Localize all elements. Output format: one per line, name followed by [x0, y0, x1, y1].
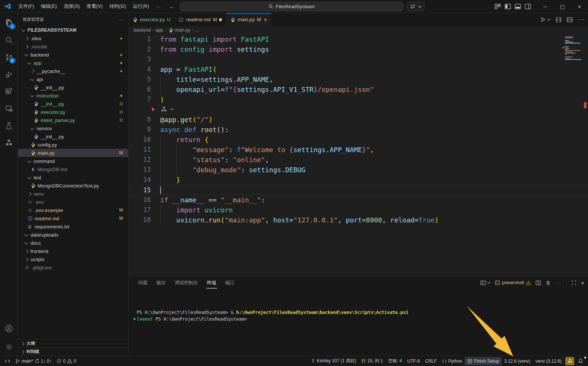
code-line-4[interactable]: 4app = FastAPI(	[128, 64, 588, 74]
code-line-16[interactable]: 16if __name__ == "__main__":	[128, 195, 588, 205]
status-crlf[interactable]: CRLF	[423, 357, 439, 365]
customize-layout-icon[interactable]	[495, 3, 501, 10]
tree-item-.env.example[interactable]: .env.exampleM	[18, 206, 128, 214]
maximize-panel-icon[interactable]	[571, 280, 576, 285]
terminal-output[interactable]: PS H:\OwnProject\FilesReadSysteam> & h:\…	[128, 289, 588, 322]
status-kiriaky-107-1-[interactable]: KiriAky 107 (1 周前)	[308, 357, 359, 365]
run-python-button[interactable]	[540, 17, 550, 22]
code-line-18[interactable]: 18 uvicorn.run("main:app", host="127.0.0…	[128, 215, 588, 225]
notifications-bell-icon[interactable]	[575, 357, 586, 365]
timeline-section[interactable]: 时间线	[18, 347, 128, 356]
tree-item-api[interactable]: api	[18, 75, 128, 83]
tree-item-frontend[interactable]: frontend	[18, 247, 128, 255]
tree-item-test[interactable]: test	[18, 173, 128, 182]
panel-tab-输出[interactable]: 输出	[153, 277, 169, 288]
terminal-instance-powershell[interactable]: powershell	[495, 280, 531, 285]
tree-item-.env[interactable]: .env	[18, 198, 128, 206]
tree-item-mongodb.md[interactable]: MongoDB.md	[18, 165, 128, 173]
tree-item-filesreadsysteam[interactable]: FILESREADSYSTEAM	[18, 26, 128, 34]
code-line-6[interactable]: 6 openapi_url=f"{settings.API_V1_STR}/op…	[128, 84, 588, 94]
tree-item-app[interactable]: app	[18, 59, 128, 67]
split-editor-icon[interactable]	[567, 17, 573, 23]
breadcrumb-item-1[interactable]: app	[156, 28, 163, 33]
menu-4[interactable]: 转到(G)	[106, 2, 130, 11]
outline-section[interactable]: 大纲	[18, 339, 128, 347]
tree-item-instruction[interactable]: instruction	[18, 92, 128, 100]
code-line-9[interactable]: 9async def root():	[128, 125, 588, 135]
status-finish-setup[interactable]: Finish Setup	[465, 357, 502, 365]
tree-item-service[interactable]: service	[18, 124, 128, 132]
search-view-icon[interactable]	[0, 32, 18, 49]
menu-overflow[interactable]: ···	[152, 3, 164, 10]
dirty-indicator[interactable]	[219, 18, 222, 21]
tree-item-venv[interactable]: venv	[18, 190, 128, 198]
code-line-11[interactable]: 11 "message": f"Welcome to {settings.APP…	[128, 145, 588, 155]
tab-executor.py[interactable]: executor.pyU	[128, 13, 175, 26]
remote-indicator[interactable]	[2, 357, 13, 365]
status--4[interactable]: 空格: 4	[385, 357, 404, 365]
toggle-secondary-sidebar-icon[interactable]	[525, 3, 531, 10]
tab-main.py[interactable]: main.pyM×	[226, 13, 271, 26]
tree-item-data-uploads[interactable]: data\uploads	[18, 231, 128, 239]
editor-more-actions[interactable]: ···	[578, 16, 585, 23]
tree-item-.idea[interactable]: .idea	[18, 34, 128, 42]
chevron-down-icon[interactable]	[170, 108, 174, 110]
tree-item-__init__.py[interactable]: __init__.pyU	[18, 100, 128, 108]
explorer-icon[interactable]: 1	[0, 15, 18, 32]
code-line-15[interactable]: 15	[128, 185, 588, 195]
tree-item-__init__.py[interactable]: __init__.py	[18, 83, 128, 92]
breadcrumb-item-0[interactable]: backend	[134, 28, 150, 33]
code-line-3[interactable]: 3	[128, 54, 588, 64]
code-line-10[interactable]: 10 return {	[128, 135, 588, 145]
sidebar-more-actions[interactable]: ···	[118, 17, 124, 22]
tree-item-main.py[interactable]: main.pyM	[18, 149, 128, 157]
codegeex-status-icon[interactable]	[565, 357, 574, 365]
command-center-search[interactable]: FilesReadSysteam	[180, 2, 403, 11]
git-branch-status[interactable]: main* 1↓ 0↑	[13, 357, 54, 365]
run-debug-icon[interactable]	[0, 66, 18, 83]
tree-item-readme.md[interactable]: readme.mdM	[18, 214, 128, 222]
code-line-12[interactable]: 12 "status": "online",	[128, 155, 588, 165]
panel-tab-端口[interactable]: 端口	[222, 277, 238, 288]
codegeex-inline-icon[interactable]	[160, 106, 168, 115]
tree-item-mongodbconnectiontest.py[interactable]: MongoDBConnectionTest.py	[18, 182, 128, 190]
copilot-button[interactable]	[407, 2, 425, 11]
open-changes-icon[interactable]	[556, 17, 562, 23]
code-line-7[interactable]: 7)	[128, 94, 588, 105]
menu-3[interactable]: 查看(V)	[83, 2, 106, 11]
breadcrumb-item-3[interactable]: ...	[195, 28, 199, 33]
tree-item-.vscode[interactable]: .vscode	[18, 42, 128, 51]
tree-item-executor.py[interactable]: executor.pyU	[18, 108, 128, 116]
tree-item-docs[interactable]: docs	[18, 239, 128, 247]
split-terminal-icon[interactable]	[535, 280, 541, 286]
kill-terminal-trash-icon[interactable]	[546, 280, 551, 286]
tree-item-intent_parser.py[interactable]: intent_parser.pyU	[18, 116, 128, 124]
nav-back-icon[interactable]: ←	[169, 3, 175, 10]
extensions-icon[interactable]	[0, 83, 18, 100]
tree-item-scripts[interactable]: scripts	[18, 255, 128, 263]
code-line-2[interactable]: 2from config import settings	[128, 44, 588, 54]
codegeex-icon[interactable]	[0, 134, 18, 151]
status-venv-3-12-6-[interactable]: venv (3.12.6)	[533, 357, 564, 365]
tree-item-requirements.txt[interactable]: requirements.txt	[18, 222, 128, 231]
window-minimize-button[interactable]: ─	[537, 0, 554, 13]
tree-item-__init__.py[interactable]: __init__.py	[18, 132, 128, 141]
status-utf-8[interactable]: UTF-8	[405, 357, 423, 365]
panel-tab-问题[interactable]: 问题	[134, 277, 151, 288]
inline-ai-widget[interactable]	[128, 105, 588, 115]
testing-icon[interactable]	[0, 117, 18, 134]
code-line-8[interactable]: 8@app.get("/")	[128, 115, 588, 125]
window-close-button[interactable]: ×	[571, 0, 588, 13]
minimap[interactable]	[565, 36, 583, 85]
toggle-panel-icon[interactable]	[515, 3, 521, 10]
tree-item-__pycache__[interactable]: __pycache__	[18, 67, 128, 75]
menu-1[interactable]: 编辑(E)	[38, 2, 60, 11]
status--15-1[interactable]: 行 15, 列 1	[359, 357, 385, 365]
close-panel-icon[interactable]: ×	[581, 280, 584, 286]
settings-gear-icon[interactable]	[0, 338, 18, 356]
tree-item-command[interactable]: command	[18, 157, 128, 165]
panel-tab-调试控制台[interactable]: 调试控制台	[171, 277, 202, 288]
remote-explorer-icon[interactable]	[0, 100, 18, 117]
code-line-17[interactable]: 17 import uvicorn	[128, 205, 588, 215]
toggle-sidebar-icon[interactable]	[505, 3, 511, 10]
